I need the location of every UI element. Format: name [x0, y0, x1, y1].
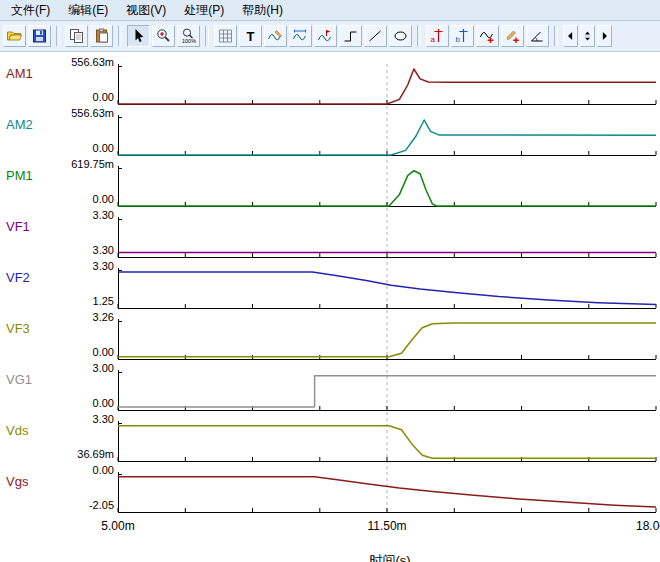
open-button[interactable] — [3, 25, 26, 47]
zoom-100-icon: 100% — [180, 28, 197, 44]
y-min-label-PM1: 0.00 — [34, 193, 114, 205]
y-max-label-VF1: 3.30 — [34, 209, 114, 221]
channel-name-VF3: VF3 — [6, 321, 70, 336]
nav-right-icon — [598, 28, 611, 44]
add-wave-button[interactable] — [476, 25, 499, 47]
line-tool-button[interactable] — [364, 25, 387, 47]
slope-icon — [529, 28, 546, 44]
menu-help[interactable]: 帮助(H) — [233, 0, 292, 21]
nav-left-icon — [564, 28, 577, 44]
wave-pencil-icon — [267, 28, 284, 44]
toolbar-separator — [554, 26, 558, 46]
y-max-label-VG1: 3.00 — [34, 362, 114, 374]
page-right-button[interactable] — [597, 25, 612, 47]
cursor-b-button[interactable]: b — [451, 25, 474, 47]
y-min-label-Vds: 36.69m — [34, 448, 114, 460]
channel-name-VF1: VF1 — [6, 219, 70, 234]
app-window: 文件(F)编辑(E)视图(V)处理(P)帮助(H) 100%Tab 时间(s) … — [0, 0, 660, 562]
wave-ruler-icon — [292, 28, 309, 44]
menu-process[interactable]: 处理(P) — [175, 0, 233, 21]
spin-icon — [581, 28, 594, 44]
x-axis-title: 时间(s) — [340, 552, 440, 562]
channel-name-VF2: VF2 — [6, 270, 70, 285]
ramp-icon — [342, 28, 359, 44]
text-icon: T — [242, 28, 259, 44]
cursor-icon — [130, 28, 147, 44]
wave-add-icon — [479, 28, 496, 44]
menu-view[interactable]: 视图(V) — [117, 0, 175, 21]
grid-button[interactable] — [214, 25, 237, 47]
spinner-button[interactable] — [580, 25, 595, 47]
y-max-label-PM1: 619.75m — [34, 158, 114, 170]
x-axis-label-1: 11.50m — [347, 519, 427, 533]
y-max-label-Vgs: 0.00 — [34, 464, 114, 476]
channel-name-VG1: VG1 — [6, 372, 70, 387]
paste-icon — [93, 28, 110, 44]
toolbar-separator — [417, 26, 421, 46]
y-max-label-VF3: 3.26 — [34, 311, 114, 323]
toolbar: 100%Tab — [0, 21, 660, 52]
ellipse-icon — [392, 28, 409, 44]
y-min-label-VF2: 1.25 — [34, 295, 114, 307]
svg-text:100%: 100% — [182, 38, 196, 44]
y-max-label-AM2: 556.63m — [34, 107, 114, 119]
y-max-label-VF2: 3.30 — [34, 260, 114, 272]
svg-text:T: T — [247, 29, 255, 44]
x-axis-label-2: 18.00m — [616, 519, 660, 533]
channel-name-AM1: AM1 — [6, 66, 70, 81]
y-max-label-Vds: 3.30 — [34, 413, 114, 425]
y-max-label-AM1: 556.63m — [34, 56, 114, 68]
y-min-label-VF1: 3.30 — [34, 244, 114, 256]
svg-text:a: a — [431, 35, 436, 44]
text-tool-button[interactable]: T — [239, 25, 262, 47]
annotate-button[interactable] — [501, 25, 524, 47]
channel-name-PM1: PM1 — [6, 168, 70, 183]
copy-button[interactable] — [65, 25, 88, 47]
channel-name-AM2: AM2 — [6, 117, 70, 132]
channel-name-Vds: Vds — [6, 423, 70, 438]
line-icon — [367, 28, 384, 44]
toolbar-separator — [118, 26, 122, 46]
wave-marker-button[interactable] — [314, 25, 337, 47]
step-tool-button[interactable] — [339, 25, 362, 47]
y-min-label-VG1: 0.00 — [34, 397, 114, 409]
open-icon — [6, 28, 23, 44]
save-button[interactable] — [28, 25, 51, 47]
cursor-a-icon: a — [429, 28, 446, 44]
menu-edit[interactable]: 编辑(E) — [59, 0, 117, 21]
x-axis-label-0: 5.00m — [78, 519, 158, 533]
channel-name-Vgs: Vgs — [6, 474, 70, 489]
slope-button[interactable] — [526, 25, 549, 47]
waveform-canvas[interactable] — [118, 60, 660, 520]
toolbar-separator — [56, 26, 60, 46]
wave-measure-button[interactable] — [289, 25, 312, 47]
toolbar-separator — [205, 26, 209, 46]
grid-icon — [217, 28, 234, 44]
select-cursor-button[interactable] — [127, 25, 150, 47]
zoom-100-button[interactable]: 100% — [177, 25, 200, 47]
zoom-in-icon — [155, 28, 172, 44]
ellipse-tool-button[interactable] — [389, 25, 412, 47]
pencil-add-icon — [504, 28, 521, 44]
y-min-label-Vgs: -2.05 — [34, 499, 114, 511]
y-min-label-AM1: 0.00 — [34, 91, 114, 103]
paste-button[interactable] — [90, 25, 113, 47]
cursor-b-icon: b — [454, 28, 471, 44]
y-min-label-VF3: 0.00 — [34, 346, 114, 358]
save-icon — [31, 28, 48, 44]
zoom-in-button[interactable] — [152, 25, 175, 47]
wave-flag-icon — [317, 28, 334, 44]
y-min-label-AM2: 0.00 — [34, 142, 114, 154]
svg-text:b: b — [456, 35, 461, 44]
wave-edit-button[interactable] — [264, 25, 287, 47]
cursor-a-button[interactable]: a — [426, 25, 449, 47]
menu-file[interactable]: 文件(F) — [2, 0, 59, 21]
copy-icon — [68, 28, 85, 44]
page-left-button[interactable] — [563, 25, 578, 47]
menu-bar: 文件(F)编辑(E)视图(V)处理(P)帮助(H) — [0, 0, 660, 21]
